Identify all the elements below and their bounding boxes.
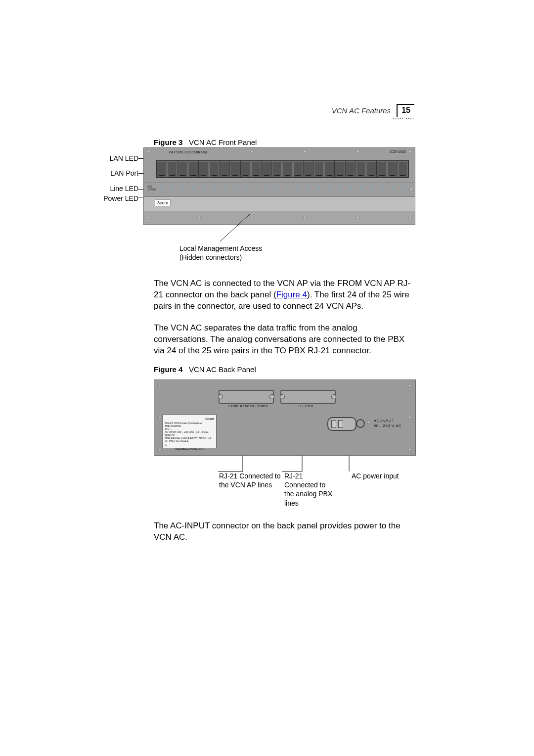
figure3-title: VCN AC Front Panel xyxy=(189,138,257,146)
rj21-to-pbx-icon xyxy=(280,390,336,404)
back-panel-svg: From Access Points TO PBX 3com 3Com® VCN… xyxy=(154,379,416,456)
fp-title: 24 Ports Concentrator xyxy=(169,150,207,154)
paragraph-3: The AC-INPUT connector on the back panel… xyxy=(154,520,413,543)
callout-ac-power: AC power input xyxy=(352,472,399,480)
fp-model: 3C0V1600 xyxy=(390,150,406,153)
label-power-led: Power LED xyxy=(67,195,138,202)
figure3-prefix: Figure 3 xyxy=(154,138,182,146)
power-socket-icon xyxy=(356,419,365,428)
label-line-led: Line LED xyxy=(67,185,138,192)
callout-line-icon xyxy=(205,207,255,246)
rj21-from-ap-icon xyxy=(219,390,274,404)
figure4-prefix: Figure 4 xyxy=(154,365,182,374)
figure3-callout: Local Management Access (Hidden connecto… xyxy=(179,244,262,262)
power-switch-icon xyxy=(327,417,356,431)
rj21-to-pbx-label: TO PBX xyxy=(298,404,313,408)
figure3-caption: Figure 3 VCN AC Front Panel xyxy=(154,138,413,146)
figure4-callouts: RJ-21 Connected to the VCN AP lines RJ-2… xyxy=(154,456,415,495)
svg-line-0 xyxy=(220,214,250,241)
header-decoration: ·········· xyxy=(393,115,414,122)
back-panel-info-label: 3com 3Com® VCN Access Concentrator THE S… xyxy=(162,415,217,448)
page: VCN AC Features 15 ·········· Figure 3 V… xyxy=(0,0,534,756)
section-title: VCN AC Features xyxy=(332,106,391,115)
fp-row2-side: LINE POWER xyxy=(147,185,156,191)
callout-rj21-pbx: RJ-21 Connected to the analog PBX lines xyxy=(284,472,332,508)
figure4-caption: Figure 4 VCN AC Back Panel xyxy=(154,365,413,374)
front-panel-svg: 24 Ports Concentrator 3C0V1600 LINE POWE… xyxy=(143,147,415,225)
paragraph-2: The VCN AC separates the data traffic fr… xyxy=(154,323,413,357)
threecom-logo: 3com xyxy=(155,199,171,206)
fp-logo-row: 3com xyxy=(144,197,415,211)
label-lan-port: LAN Port xyxy=(67,170,138,177)
rj21-from-ap-label: From Access Points xyxy=(228,404,268,408)
ac-input-label: AC-INPUT 90 - 240 V AC xyxy=(374,419,401,428)
fp-leds xyxy=(158,187,407,191)
callout-rj21-ap: RJ-21 Connected to the VCN AP lines xyxy=(219,472,281,489)
fp-ports-row: 24 Ports Concentrator 3C0V1600 xyxy=(144,148,415,183)
label-lan-led: LAN LED xyxy=(67,155,138,162)
paragraph-1: The VCN AC is connected to the VCN AP vi… xyxy=(154,278,413,312)
figure4-title: VCN AC Back Panel xyxy=(189,365,256,374)
fp-port-strip xyxy=(156,160,409,178)
link-figure4[interactable]: Figure 4 xyxy=(276,290,307,299)
fp-led-row: LINE POWER xyxy=(144,183,415,197)
fp-bottom-row xyxy=(144,211,415,224)
figure3-side-labels: LAN LED LAN Port Line LED Power LED xyxy=(67,155,138,210)
